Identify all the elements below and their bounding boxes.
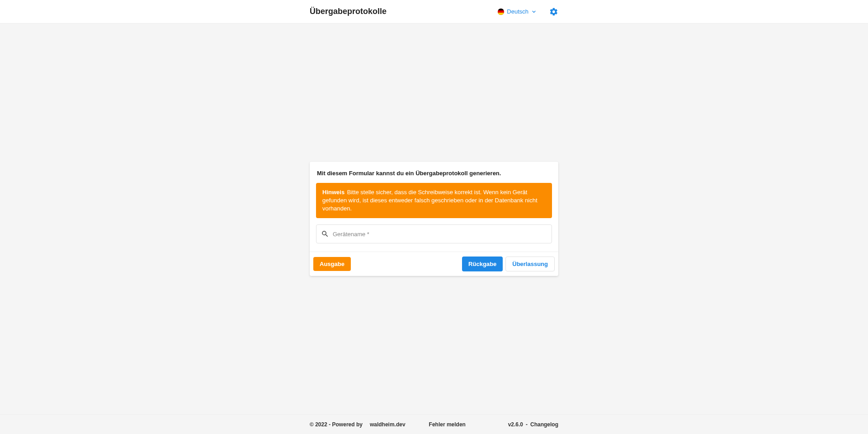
footer-right: v2.6.0 - Changelog: [508, 421, 558, 428]
card-body: Mit diesem Formular kannst du ein Überga…: [310, 162, 558, 252]
device-name-input[interactable]: [329, 225, 547, 243]
app-footer: © 2022 - Powered by waldheim.dev Fehler …: [0, 414, 868, 434]
footer-report-link[interactable]: Fehler melden: [429, 421, 466, 428]
ueberlassung-button[interactable]: Überlassung: [505, 257, 555, 271]
page-title: Übergabeprotokolle: [310, 7, 387, 16]
search-icon: [321, 230, 329, 238]
app-header: Übergabeprotokolle Deutsch: [0, 0, 868, 23]
main-area: Mit diesem Formular kannst du ein Überga…: [0, 23, 868, 414]
language-label: Deutsch: [507, 8, 528, 15]
hint-alert: Hinweis Bitte stelle sicher, dass die Sc…: [316, 183, 552, 219]
footer-inner: © 2022 - Powered by waldheim.dev Fehler …: [310, 421, 558, 428]
footer-copyright: © 2022 - Powered by: [310, 421, 363, 428]
flag-de-icon: [498, 9, 504, 15]
ausgabe-button[interactable]: Ausgabe: [313, 257, 351, 271]
hint-alert-text: Bitte stelle sicher, dass die Schreibwei…: [322, 189, 538, 212]
hint-alert-strong: Hinweis: [322, 189, 344, 196]
rueckgabe-button[interactable]: Rückgabe: [462, 257, 503, 271]
form-title: Mit diesem Formular kannst du ein Überga…: [317, 170, 552, 177]
card-actions: Ausgabe Rückgabe Überlassung: [310, 252, 558, 276]
actions-right: Rückgabe Überlassung: [462, 257, 555, 271]
settings-button[interactable]: [549, 7, 558, 16]
header-actions: Deutsch: [498, 7, 558, 16]
device-name-field[interactable]: [316, 224, 552, 243]
footer-version: v2.6.0: [508, 421, 523, 428]
language-switcher[interactable]: Deutsch: [498, 8, 537, 15]
gear-icon: [549, 7, 558, 16]
footer-left: © 2022 - Powered by waldheim.dev Fehler …: [310, 421, 466, 428]
footer-changelog-link[interactable]: Changelog: [530, 421, 558, 428]
header-inner: Übergabeprotokolle Deutsch: [310, 0, 558, 23]
handover-card: Mit diesem Formular kannst du ein Überga…: [310, 162, 558, 276]
footer-brand-link[interactable]: waldheim.dev: [370, 421, 406, 428]
footer-sep: -: [526, 421, 528, 428]
chevron-down-icon: [531, 9, 537, 14]
